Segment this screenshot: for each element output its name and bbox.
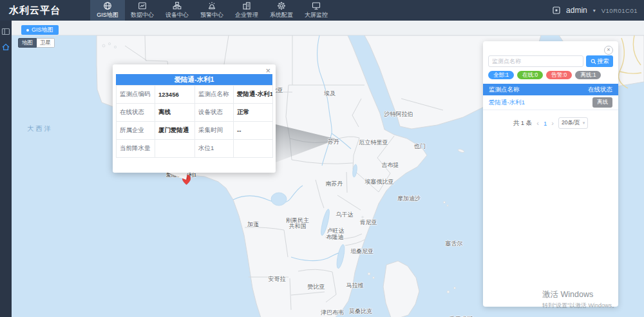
nav-big-screen[interactable]: 大屏监控 xyxy=(299,0,334,21)
field-value: 离线 xyxy=(155,104,195,122)
map-layer-toggle: 地图 卫星 xyxy=(18,38,55,48)
nav-enterprise-mgmt[interactable]: 企业管理 xyxy=(229,0,264,21)
field-label: 设备状态 xyxy=(195,104,234,122)
field-label: 水位1 xyxy=(195,140,234,158)
main-menu: GIS地图 数据中心 设备中心 预警中心 xyxy=(90,0,334,21)
active-tab-dot-icon xyxy=(26,29,29,32)
monitor-point-popup: × 爱陆通-水利1 监测点编码 123456 监测点名称 爱陆通-水利1 在线状… xyxy=(113,64,276,173)
layer-satellite-button[interactable]: 卫星 xyxy=(37,38,55,48)
field-label: 监测点编码 xyxy=(117,86,155,104)
prev-page-icon[interactable]: ‹ xyxy=(536,119,539,127)
field-value: 正常 xyxy=(234,104,273,122)
search-icon xyxy=(591,59,596,64)
nav-label: 大屏监控 xyxy=(305,11,328,19)
field-label: 在线状态 xyxy=(117,104,155,122)
tab-label: GIS地图 xyxy=(32,26,53,34)
field-label: 当前降水量 xyxy=(117,140,155,158)
nav-label: 数据中心 xyxy=(131,11,154,19)
field-value xyxy=(155,140,195,158)
nav-device-center[interactable]: 设备中心 xyxy=(160,0,194,21)
list-table-header: 监测点名称 在线状态 xyxy=(483,84,618,95)
list-item[interactable]: 爱陆通-水利1 离线 xyxy=(483,95,618,110)
nav-system-config[interactable]: 系统配置 xyxy=(264,0,299,21)
activate-windows-subtext: 转到“设置”以激活 Windows。 xyxy=(542,302,618,310)
user-menu[interactable]: admin xyxy=(566,6,587,15)
table-row: 当前降水量 水位1 xyxy=(117,140,273,158)
page-number[interactable]: 1 xyxy=(544,120,547,127)
globe-icon xyxy=(103,1,112,10)
search-button-label: 搜索 xyxy=(598,57,609,66)
next-page-icon[interactable]: › xyxy=(551,119,554,127)
filter-all[interactable]: 全部:1 xyxy=(488,71,514,79)
version-label: V10R01C01 xyxy=(601,7,638,14)
nav-label: 系统配置 xyxy=(270,11,293,19)
filter-alarm[interactable]: 告警:0 xyxy=(546,71,572,79)
app-title: 水利云平台 xyxy=(9,0,61,21)
nav-label: 企业管理 xyxy=(235,11,258,19)
table-row: 在线状态 离线 设备状态 正常 xyxy=(117,104,273,122)
monitor-point-link[interactable]: 爱陆通-水利1 xyxy=(489,99,525,107)
fullscreen-icon[interactable] xyxy=(553,6,560,14)
field-value: -- xyxy=(234,122,273,140)
monitor-icon xyxy=(312,1,321,10)
field-value: 厦门爱陆通 xyxy=(155,122,195,140)
nav-data-center[interactable]: 数据中心 xyxy=(125,0,160,21)
nav-label: 预警中心 xyxy=(200,11,223,19)
chevron-down-icon: ▾ xyxy=(583,120,585,126)
search-input[interactable] xyxy=(488,55,583,67)
field-value xyxy=(234,140,273,158)
popup-title: 爱陆通-水利1 xyxy=(116,74,272,85)
popup-detail-table: 监测点编码 123456 监测点名称 爱陆通-水利1 在线状态 离线 设备状态 … xyxy=(116,85,273,158)
page-size-value: 20条/页 xyxy=(562,119,580,127)
header-name: 监测点名称 xyxy=(489,86,520,94)
top-navbar: 水利云平台 GIS地图 数据中心 设备中心 xyxy=(0,0,644,21)
field-label: 所属企业 xyxy=(117,122,155,140)
tab-strip: GIS地图 xyxy=(12,21,644,35)
home-icon[interactable] xyxy=(1,43,10,52)
pagination-total: 共 1 条 xyxy=(513,119,533,128)
chevron-down-icon: ▾ xyxy=(593,8,596,14)
monitor-list-panel: × 搜索 全部:1 在线:0 告警:0 离线:1 监测点名称 在线状态 爱陆通-… xyxy=(483,41,618,307)
filter-online[interactable]: 在线:0 xyxy=(517,71,543,79)
nav-label: 设备中心 xyxy=(166,11,189,19)
left-rail xyxy=(0,21,12,317)
activate-windows-text: 激活 Windows xyxy=(542,289,593,300)
devices-icon xyxy=(173,1,182,10)
field-label: 采集时间 xyxy=(195,122,234,140)
table-row: 所属企业 厦门爱陆通 采集时间 -- xyxy=(117,122,273,140)
page-size-select[interactable]: 20条/页 ▾ xyxy=(558,117,588,129)
field-value: 爱陆通-水利1 xyxy=(234,86,273,104)
alarm-icon xyxy=(207,1,216,10)
pagination: 共 1 条 ‹ 1 › 20条/页 ▾ xyxy=(483,117,618,129)
nav-alarm-center[interactable]: 预警中心 xyxy=(194,0,229,21)
search-button[interactable]: 搜索 xyxy=(586,55,613,67)
nav-gis-map[interactable]: GIS地图 xyxy=(90,0,125,21)
chart-icon xyxy=(138,1,147,10)
tab-gis-map[interactable]: GIS地图 xyxy=(21,25,59,35)
building-icon xyxy=(242,1,251,10)
field-label: 监测点名称 xyxy=(195,86,234,104)
close-icon[interactable]: × xyxy=(265,66,270,75)
filter-offline[interactable]: 离线:1 xyxy=(575,71,601,79)
close-icon[interactable]: × xyxy=(604,46,613,55)
gear-icon xyxy=(277,1,286,10)
table-row: 监测点编码 123456 监测点名称 爱陆通-水利1 xyxy=(117,86,273,104)
layer-map-button[interactable]: 地图 xyxy=(18,38,37,48)
status-badge: 离线 xyxy=(592,97,612,108)
nav-label: GIS地图 xyxy=(97,11,118,19)
header-status: 在线状态 xyxy=(588,86,612,94)
collapse-sidebar-icon[interactable] xyxy=(1,27,10,36)
field-value: 123456 xyxy=(155,86,195,104)
